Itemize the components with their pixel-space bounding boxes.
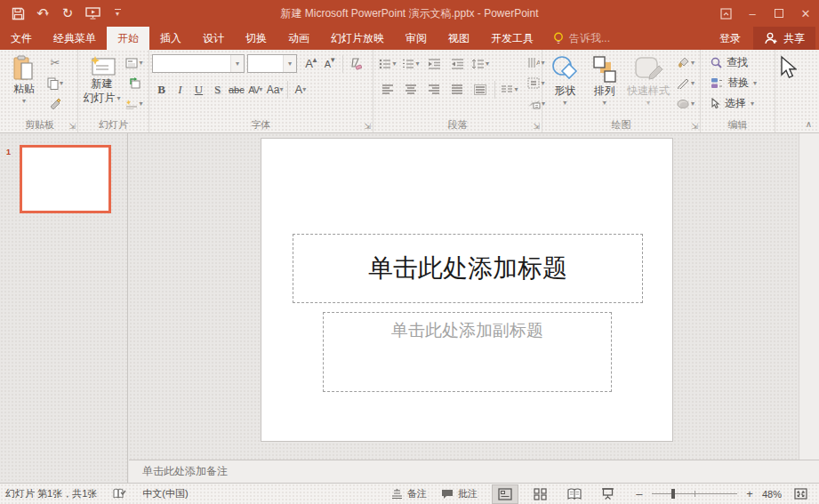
numbering-button[interactable]: ▾	[399, 53, 422, 74]
tab-file[interactable]: 文件	[0, 27, 43, 50]
font-color-button[interactable]: A▾	[291, 80, 309, 100]
tab-transitions[interactable]: 切换	[235, 27, 277, 50]
notes-pane[interactable]: 单击此处添加备注	[129, 460, 819, 483]
maximize-button[interactable]	[766, 0, 792, 27]
change-case-button[interactable]: Aa▾	[265, 80, 285, 100]
zoom-slider-thumb[interactable]	[671, 489, 675, 499]
grow-font-button[interactable]: A▲	[302, 54, 321, 74]
underline-button[interactable]: U	[189, 80, 208, 100]
undo-dropdown-icon[interactable]: ▾	[45, 10, 49, 18]
tab-slideshow[interactable]: 幻灯片放映	[320, 27, 395, 50]
copy-dropdown-icon[interactable]: ▾	[60, 79, 63, 87]
section-dropdown-icon[interactable]: ▾	[139, 100, 142, 108]
character-spacing-button[interactable]: AV▾	[246, 80, 265, 100]
tab-developer[interactable]: 开发工具	[480, 27, 544, 50]
reading-view-button[interactable]	[561, 484, 588, 504]
undo-button[interactable]: ↶ ▾	[32, 3, 53, 24]
paragraph-dialog-launcher-icon[interactable]: ⇲	[533, 123, 540, 131]
text-shadow-button[interactable]: S	[208, 80, 227, 100]
zoom-out-button[interactable]: –	[632, 487, 646, 500]
slide-sorter-view-button[interactable]	[527, 484, 554, 504]
zoom-level-button[interactable]: 48%	[757, 484, 787, 504]
align-right-button[interactable]	[422, 79, 446, 100]
tab-animations[interactable]: 动画	[277, 27, 320, 50]
shape-outline-dropdown-icon[interactable]: ▾	[691, 79, 695, 87]
bold-button[interactable]: B	[152, 80, 171, 100]
tab-design[interactable]: 设计	[192, 27, 235, 50]
font-name-dropdown-icon[interactable]: ▾	[230, 55, 244, 72]
start-slideshow-button[interactable]	[82, 3, 103, 24]
save-icon[interactable]	[7, 3, 28, 24]
comments-toggle-button[interactable]: 批注	[434, 484, 485, 504]
close-button[interactable]: ✕	[792, 0, 819, 27]
notes-toggle-button[interactable]: 备注	[384, 484, 434, 504]
shrink-font-button[interactable]: A▼	[321, 54, 340, 74]
select-button[interactable]: 选择 ▾	[707, 93, 772, 114]
zoom-slider[interactable]	[652, 493, 737, 494]
share-button[interactable]: 共享	[753, 27, 815, 50]
increase-indent-button[interactable]	[446, 53, 469, 74]
subtitle-placeholder[interactable]: 单击此处添加副标题	[323, 312, 612, 392]
font-name-value[interactable]	[153, 55, 230, 72]
slide-canvas[interactable]: 单击此处添加标题 单击此处添加副标题	[261, 138, 673, 442]
reset-slide-button[interactable]	[123, 73, 146, 93]
paste-dropdown-icon[interactable]: ▾	[22, 97, 26, 106]
new-slide-button[interactable]: 新建 幻灯片▾	[81, 52, 123, 117]
font-size-combo[interactable]: ▾	[247, 54, 297, 73]
normal-view-button[interactable]	[492, 484, 518, 504]
shape-outline-button[interactable]: ▾	[674, 73, 697, 93]
line-spacing-button[interactable]: ▾	[469, 53, 492, 74]
italic-button[interactable]: I	[171, 80, 189, 100]
title-placeholder[interactable]: 单击此处添加标题	[293, 234, 643, 303]
slide-thumbnail[interactable]	[20, 145, 111, 213]
sign-in-button[interactable]: 登录	[707, 27, 753, 50]
align-left-button[interactable]	[376, 79, 399, 100]
numbering-dropdown-icon[interactable]: ▾	[415, 60, 419, 68]
section-button[interactable]: ▾	[123, 93, 146, 114]
tab-home[interactable]: 开始	[107, 27, 149, 50]
font-size-value[interactable]	[248, 55, 283, 72]
decrease-indent-button[interactable]	[422, 53, 446, 74]
shape-fill-button[interactable]: ▾	[674, 52, 697, 73]
line-spacing-dropdown-icon[interactable]: ▾	[486, 60, 489, 68]
ribbon-display-options-button[interactable]	[712, 0, 739, 27]
minimize-button[interactable]: –	[739, 0, 766, 27]
spellcheck-button[interactable]	[104, 484, 135, 504]
format-painter-button[interactable]	[44, 93, 67, 114]
shapes-button[interactable]: 形状 ▾	[545, 52, 584, 117]
replace-button[interactable]: 替换 ▾	[707, 73, 772, 93]
font-dialog-launcher-icon[interactable]: ⇲	[364, 123, 371, 131]
paste-button[interactable]: 粘贴 ▾	[4, 52, 44, 117]
clear-formatting-button[interactable]	[346, 54, 365, 74]
bullets-dropdown-icon[interactable]: ▾	[392, 60, 396, 68]
bullets-button[interactable]: ▾	[376, 53, 399, 74]
font-name-combo[interactable]: ▾	[152, 54, 245, 73]
font-size-dropdown-icon[interactable]: ▾	[283, 55, 296, 72]
drawing-dialog-launcher-icon[interactable]: ⇲	[691, 123, 698, 131]
zoom-in-button[interactable]: +	[743, 487, 757, 500]
customize-qat-button[interactable]: ▾	[107, 3, 128, 24]
justify-button[interactable]	[446, 79, 469, 100]
slideshow-view-button[interactable]	[595, 484, 622, 504]
slide-layout-button[interactable]: ▾	[123, 52, 146, 73]
fit-to-window-button[interactable]	[787, 484, 814, 504]
cut-button[interactable]: ✂	[44, 52, 67, 73]
quick-styles-button[interactable]: 快速样式 ▾	[624, 52, 672, 117]
find-button[interactable]: 查找	[707, 52, 772, 73]
tab-insert[interactable]: 插入	[149, 27, 192, 50]
shape-fill-dropdown-icon[interactable]: ▾	[691, 59, 695, 67]
distribute-text-button[interactable]	[469, 79, 492, 100]
layout-dropdown-icon[interactable]: ▾	[139, 59, 142, 67]
columns-button[interactable]: ▾	[498, 79, 521, 100]
tab-classic-menu[interactable]: 经典菜单	[43, 27, 107, 50]
language-button[interactable]: 中文(中国)	[135, 484, 195, 504]
shape-effects-button[interactable]: ▾	[674, 93, 697, 114]
tab-review[interactable]: 审阅	[395, 27, 438, 50]
align-center-button[interactable]	[399, 79, 422, 100]
columns-dropdown-icon[interactable]: ▾	[514, 85, 518, 93]
redo-button[interactable]: ↻	[57, 3, 78, 24]
vertical-scrollbar[interactable]	[799, 133, 819, 460]
tell-me-box[interactable]: 告诉我...	[544, 27, 619, 50]
arrange-button[interactable]: 排列 ▾	[584, 52, 623, 117]
strikethrough-button[interactable]: abc	[227, 80, 246, 100]
